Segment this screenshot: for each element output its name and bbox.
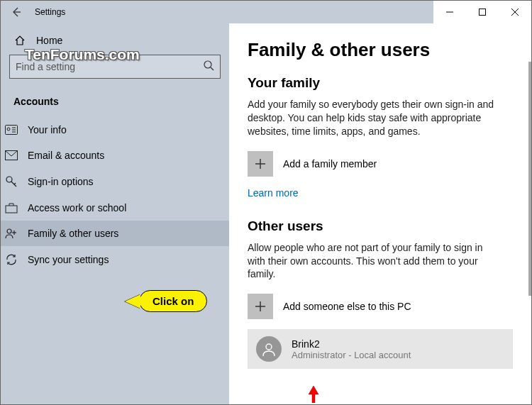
search-icon <box>203 60 214 74</box>
plus-icon <box>248 294 273 319</box>
scrollbar[interactable] <box>528 23 531 404</box>
other-users-description: Allow people who are not part of your fa… <box>248 241 503 282</box>
id-card-icon <box>5 125 18 135</box>
other-users-heading: Other users <box>248 218 513 234</box>
svg-line-6 <box>211 67 214 70</box>
svg-point-13 <box>6 177 12 182</box>
family-description: Add your family so everybody gets their … <box>248 98 503 138</box>
svg-point-24 <box>266 344 272 350</box>
search-input[interactable]: Find a setting <box>9 55 221 79</box>
user-name: Brink2 <box>292 338 411 350</box>
minimize-button[interactable] <box>433 1 466 23</box>
close-button[interactable] <box>499 1 531 23</box>
svg-point-8 <box>7 128 10 131</box>
back-button[interactable] <box>1 1 32 23</box>
add-family-member-button[interactable]: Add a family member <box>248 151 513 177</box>
sidebar-item-label: Sync your settings <box>28 254 109 265</box>
sidebar-item-sign-in-options[interactable]: Sign-in options <box>0 168 238 195</box>
svg-rect-2 <box>480 9 486 16</box>
family-heading: Your family <box>248 75 513 91</box>
sidebar-category: Accounts <box>9 91 221 117</box>
sidebar-home-label: Home <box>36 35 62 46</box>
svg-rect-16 <box>6 206 17 213</box>
add-family-label: Add a family member <box>283 158 377 170</box>
people-icon <box>5 228 18 239</box>
sidebar-item-access-work-school[interactable]: Access work or school <box>0 195 238 221</box>
window-title: Settings <box>32 7 65 17</box>
add-other-user-button[interactable]: Add someone else to this PC <box>248 294 513 319</box>
sidebar: Home Find a setting Accounts Your info E… <box>1 23 229 404</box>
svg-point-5 <box>204 61 211 68</box>
key-icon <box>5 175 18 188</box>
scrollbar-thumb[interactable] <box>528 62 531 296</box>
main-content: Family & other users Your family Add you… <box>229 23 531 404</box>
sidebar-item-label: Family & other users <box>28 228 118 239</box>
sidebar-item-label: Access work or school <box>28 202 126 213</box>
sidebar-item-your-info[interactable]: Your info <box>0 117 238 143</box>
sidebar-home[interactable]: Home <box>9 29 221 55</box>
sidebar-item-family-other-users[interactable]: Family & other users <box>0 221 238 246</box>
home-icon <box>13 35 26 46</box>
email-icon <box>5 150 18 160</box>
add-other-label: Add someone else to this PC <box>283 301 411 312</box>
sidebar-item-sync-settings[interactable]: Sync your settings <box>0 246 238 273</box>
user-row[interactable]: Brink2 Administrator - Local account <box>248 329 513 369</box>
briefcase-icon <box>5 202 18 213</box>
svg-line-14 <box>11 182 16 187</box>
sidebar-item-label: Email & accounts <box>28 150 104 161</box>
sync-icon <box>5 253 18 266</box>
svg-point-17 <box>7 229 11 233</box>
sidebar-item-email-accounts[interactable]: Email & accounts <box>0 143 238 168</box>
avatar-icon <box>256 336 282 362</box>
user-role: Administrator - Local account <box>292 350 411 360</box>
svg-line-15 <box>14 183 16 184</box>
page-title: Family & other users <box>248 39 513 61</box>
maximize-button[interactable] <box>466 1 499 23</box>
sidebar-item-label: Your info <box>28 124 67 135</box>
learn-more-link[interactable]: Learn more <box>248 187 299 199</box>
search-placeholder: Find a setting <box>16 61 203 72</box>
sidebar-item-label: Sign-in options <box>28 176 94 187</box>
plus-icon <box>248 151 273 177</box>
